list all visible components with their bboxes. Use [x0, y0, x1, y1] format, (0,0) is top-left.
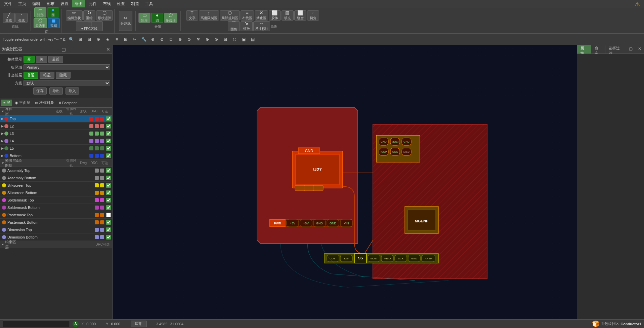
toolbar-height-limit-btn[interactable]: ↕ 高度限制区 — [199, 10, 219, 21]
toolbar2-zoom-box[interactable]: ⊞ — [76, 35, 85, 44]
layer-tab-layers[interactable]: ≡ 层 — [1, 100, 12, 106]
toolbar-redraw-btn[interactable]: ↻ 重绘 — [83, 10, 95, 21]
pbot-swatch-1[interactable] — [95, 220, 99, 224]
right-tab-properties[interactable]: 属性 — [577, 45, 591, 53]
toolbar2-map[interactable]: ▣ — [239, 35, 248, 44]
silk-top-checkbox[interactable] — [106, 183, 111, 188]
dbot-swatch-2[interactable] — [100, 235, 104, 239]
save-btn[interactable]: 保存 — [33, 87, 47, 95]
toolbar2-add2[interactable]: ⊕ — [203, 35, 212, 44]
toolbar2-zoom-in[interactable]: 🔍 — [67, 35, 76, 44]
l3-swatch-2[interactable] — [95, 132, 99, 136]
layer-tab-board[interactable]: ▭ 板框对象 — [33, 100, 56, 106]
bottom-swatch-2[interactable] — [95, 154, 99, 158]
display-on-btn[interactable]: 开 — [24, 56, 35, 63]
toolbar2-wave[interactable]: ≋ — [194, 35, 203, 44]
l4-layer-checkbox[interactable] — [106, 139, 111, 143]
layer-row-silk-top[interactable]: Silkscreen Top — [0, 182, 112, 189]
top-layer-checkbox[interactable] — [106, 116, 111, 121]
layer-row-assembly-bottom[interactable]: Assembly Bottom — [0, 174, 112, 182]
ab-swatch-2[interactable] — [100, 176, 104, 180]
toolbar2-grid2[interactable]: ⊕ — [94, 35, 103, 44]
layer-row-paste-top[interactable]: Pastemask Top — [0, 211, 112, 219]
l5-swatch-1[interactable] — [89, 146, 93, 150]
toolbar-edit-shape-btn[interactable]: ✏ 编辑形状 — [66, 10, 83, 21]
toolbar-shape-op-btn[interactable]: ⬡ 形状运算 — [96, 10, 113, 21]
menu-item-canvas[interactable]: 画布 — [44, 0, 57, 7]
toolbar-glue-btn[interactable]: ⬜ 胶体 — [269, 10, 281, 21]
toolbar-copper-btn[interactable]: ◼ 孤铜 — [48, 18, 60, 28]
layer-row-top[interactable]: ▶ Top — [0, 115, 112, 122]
toolbar2-grid[interactable]: ⊟ — [85, 35, 94, 44]
l2-layer-checkbox[interactable] — [106, 124, 111, 129]
l3-layer-checkbox[interactable] — [106, 131, 111, 136]
st-swatch-1[interactable] — [95, 183, 99, 187]
toolbar2-sq[interactable]: ⊡ — [167, 35, 175, 44]
canvas-area[interactable]: GND U27 +5V VIN +5V PWR PWR +3V +5V GND — [113, 45, 577, 319]
menu-item-check[interactable]: 检查 — [114, 0, 128, 7]
layer-row-l4[interactable]: ▶ L4 — [0, 137, 112, 145]
toolbar2-plus[interactable]: ⊕ — [148, 35, 157, 44]
toolbar2-cut[interactable]: ✂ — [130, 35, 139, 44]
scheme-select[interactable]: 默认 — [24, 80, 110, 86]
solder-top-checkbox[interactable] — [106, 198, 111, 203]
toolbar-arc-btn[interactable]: ◜ 弧线 — [15, 13, 28, 23]
layer-row-paste-bottom[interactable]: Pastemask Bottom — [0, 219, 112, 226]
silk-bottom-checkbox[interactable] — [106, 190, 111, 195]
paste-bottom-checkbox[interactable] — [106, 220, 111, 225]
toolbar2-hex[interactable]: ⬡ — [230, 35, 239, 44]
layer-row-solder-bottom[interactable]: Soldermask Bottom — [0, 204, 112, 211]
l3-swatch-1[interactable] — [89, 132, 93, 136]
toolbar-dimension-btn[interactable]: ↔ 尺寸标注 — [253, 21, 270, 31]
dim-btn[interactable]: 暗显 — [40, 72, 54, 79]
toolbar-open-rect-btn[interactable]: ▭ 矩形 — [138, 13, 151, 23]
l3-swatch-3[interactable] — [100, 132, 104, 136]
toolbar2-plus2[interactable]: ⊕ — [176, 35, 184, 44]
layer-row-l3[interactable]: ▶ L3 — [0, 130, 112, 137]
sb-swatch-1[interactable] — [95, 191, 99, 195]
layer-row-l5[interactable]: ▶ L5 — [0, 145, 112, 152]
toolbar-scale-btn[interactable]: ⇲ 缩放 — [241, 21, 253, 31]
top-swatch-2[interactable] — [95, 117, 99, 121]
panel-close-btn[interactable]: ✕ — [106, 47, 110, 52]
toolbar-text-btn[interactable]: T 文字 — [186, 10, 198, 21]
toolbar2-tool1[interactable]: 🔧 — [139, 35, 148, 44]
toolbar-split-btn[interactable]: ✂ 分割线 — [119, 11, 132, 31]
menu-item-components[interactable]: 元件 — [86, 0, 99, 7]
at-swatch-1[interactable] — [95, 169, 99, 173]
bottom-swatch-1[interactable] — [89, 154, 93, 158]
smbot-swatch-2[interactable] — [100, 206, 104, 210]
apply-btn[interactable]: 应用 — [131, 321, 147, 327]
normal-btn[interactable]: 普通 — [24, 72, 38, 79]
toolbar-line-btn[interactable]: ╱ 直线 — [3, 13, 15, 23]
l5-swatch-3[interactable] — [100, 146, 104, 150]
l4-swatch-1[interactable] — [89, 139, 93, 143]
toolbar-open-polygon-btn[interactable]: ⬠ 多边形 — [164, 13, 177, 23]
bottom-swatch-3[interactable] — [100, 154, 104, 158]
at-swatch-2[interactable] — [100, 169, 104, 173]
assembly-top-checkbox[interactable] — [106, 168, 111, 173]
layer-tab-plane[interactable]: ◉ 平面层 — [13, 100, 32, 106]
pbot-swatch-2[interactable] — [100, 220, 104, 224]
sb-swatch-2[interactable] — [100, 191, 104, 195]
assembly-bottom-checkbox[interactable] — [106, 176, 111, 180]
right-panel-close[interactable]: ✕ — [635, 45, 644, 53]
export-btn[interactable]: 导出 — [49, 87, 63, 95]
right-tab-filter[interactable]: 选择过滤 — [605, 45, 627, 53]
layer-row-silk-bottom[interactable]: Silkscreen Bottom — [0, 189, 112, 196]
l2-swatch-3[interactable] — [100, 124, 104, 128]
l2-swatch-2[interactable] — [95, 124, 99, 128]
display-off-btn[interactable]: 关 — [36, 56, 47, 63]
right-tab-commands[interactable]: 命令 — [591, 45, 605, 53]
l4-swatch-2[interactable] — [95, 139, 99, 143]
import-btn[interactable]: 导入 — [66, 87, 79, 95]
toolbar-open-circle-btn[interactable]: ● 圆 — [151, 13, 163, 23]
top-swatch-3[interactable] — [100, 117, 104, 121]
ptop-swatch-2[interactable] — [100, 213, 104, 217]
ptop-swatch-1[interactable] — [95, 213, 99, 217]
coord-mode-icon[interactable]: A — [73, 321, 79, 327]
toolbar-fpc-btn[interactable]: ⬚ ▾ FPC区域 — [76, 21, 103, 31]
menu-item-file[interactable]: 文件 — [1, 0, 15, 7]
dim-top-checkbox[interactable] — [106, 227, 111, 232]
toolbar-polygon-btn[interactable]: ⬠ 多边形 — [34, 18, 47, 28]
